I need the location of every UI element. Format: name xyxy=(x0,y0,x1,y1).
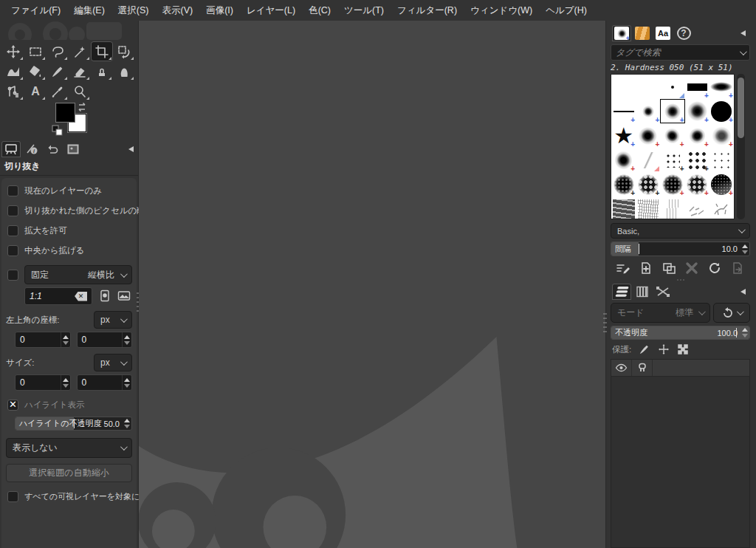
gradient-tool-button[interactable] xyxy=(2,61,24,81)
brush-item[interactable]: + xyxy=(685,123,709,148)
menu-help[interactable]: ヘルプ(H) xyxy=(539,1,594,20)
bucket-fill-tool-button[interactable] xyxy=(24,61,47,81)
fixed-aspect-combo[interactable]: 固定 縦横比 xyxy=(24,265,132,284)
spin-up-icon[interactable] xyxy=(124,335,130,339)
menu-colors[interactable]: 色(C) xyxy=(302,1,337,20)
expand-from-center-checkbox[interactable] xyxy=(7,245,18,256)
fixed-checkbox[interactable] xyxy=(7,270,18,281)
spin-down-icon[interactable] xyxy=(124,341,130,345)
brush-item[interactable] xyxy=(660,75,684,99)
color-picker-tool-button[interactable] xyxy=(47,81,69,101)
text-tool-button[interactable]: A xyxy=(24,81,47,101)
spin-up-icon[interactable] xyxy=(63,335,69,339)
spin-down-icon[interactable] xyxy=(63,341,69,345)
eraser-tool-button[interactable] xyxy=(69,61,91,81)
spin-down-icon[interactable] xyxy=(742,334,748,338)
current-layer-only-checkbox[interactable] xyxy=(7,185,18,196)
menu-windows[interactable]: ウィンドウ(W) xyxy=(464,1,539,20)
new-brush-button[interactable] xyxy=(638,261,654,275)
size-unit-combo[interactable]: px xyxy=(94,354,132,371)
highlight-opacity-slider[interactable]: ハイライトの不透明度 50.0 xyxy=(15,417,132,431)
brush-item[interactable] xyxy=(636,75,660,99)
tab-undo-history[interactable] xyxy=(43,141,62,157)
menu-view[interactable]: 表示(V) xyxy=(155,1,199,20)
highlight-checkbox[interactable] xyxy=(7,400,18,411)
brush-item[interactable]: + xyxy=(660,123,684,148)
open-brush-as-image-button[interactable] xyxy=(729,261,746,275)
tab-patterns[interactable] xyxy=(633,25,652,41)
menu-tools[interactable]: ツール(T) xyxy=(337,1,391,20)
spin-up-icon[interactable] xyxy=(742,328,748,332)
menu-filters[interactable]: フィルター(R) xyxy=(391,1,464,20)
tab-paths[interactable] xyxy=(653,284,673,300)
allow-growing-checkbox[interactable] xyxy=(7,225,18,236)
aspect-ratio-input[interactable]: 1:1 ✕ xyxy=(24,287,92,305)
dock-divider-handle[interactable] xyxy=(611,278,750,281)
brush-item[interactable]: + xyxy=(660,148,684,172)
brush-item[interactable]: + xyxy=(660,172,684,196)
layer-mode-combo[interactable]: モード 標準 xyxy=(611,303,710,323)
menu-image[interactable]: 画像(I) xyxy=(199,1,240,20)
brush-item-selected[interactable]: + xyxy=(660,99,684,123)
brush-item[interactable] xyxy=(636,196,660,219)
layer-opacity-slider[interactable]: 不透明度 100.0 xyxy=(611,326,750,340)
size-width-spinbox[interactable]: 0 xyxy=(15,374,71,391)
rectangle-select-tool-button[interactable] xyxy=(24,41,47,61)
spin-up-icon[interactable] xyxy=(742,244,748,248)
brush-item[interactable] xyxy=(660,196,684,219)
move-tool-button[interactable] xyxy=(2,41,24,61)
brush-spacing-slider[interactable]: 間隔 10.0 xyxy=(611,242,750,256)
transform-tool-button[interactable] xyxy=(113,41,135,61)
brush-item[interactable]: + xyxy=(636,123,660,148)
brush-item[interactable] xyxy=(636,148,660,172)
all-visible-layers-checkbox[interactable] xyxy=(7,491,18,502)
brush-item[interactable]: + xyxy=(685,172,709,196)
spin-down-icon[interactable] xyxy=(124,384,130,388)
brush-item[interactable]: + xyxy=(611,99,636,123)
visibility-column-toggle[interactable] xyxy=(611,360,632,376)
brush-scrollbar[interactable] xyxy=(737,74,745,219)
brush-item[interactable]: + xyxy=(709,99,734,123)
position-y-spinbox[interactable]: 0 xyxy=(77,332,133,348)
zoom-tool-button[interactable] xyxy=(69,81,91,101)
brush-item[interactable]: + xyxy=(709,172,734,196)
edit-brush-button[interactable] xyxy=(615,261,631,275)
paintbrush-tool-button[interactable] xyxy=(47,61,69,81)
fuzzy-select-tool-button[interactable] xyxy=(69,41,91,61)
smudge-tool-button[interactable] xyxy=(113,61,135,81)
tab-brushes[interactable]: + xyxy=(612,25,631,41)
brush-item[interactable]: ★+ xyxy=(611,123,636,148)
spin-down-icon[interactable] xyxy=(742,250,748,254)
brush-item[interactable] xyxy=(611,75,636,99)
brush-item[interactable]: + xyxy=(611,148,636,172)
tab-fonts[interactable]: Aa xyxy=(653,25,673,41)
spin-down-icon[interactable] xyxy=(124,425,130,428)
position-x-spinbox[interactable]: 0 xyxy=(15,332,71,348)
free-select-tool-button[interactable] xyxy=(47,41,69,61)
panel-resize-handle[interactable] xyxy=(603,313,607,332)
layer-list-empty[interactable] xyxy=(611,377,750,548)
brush-tag-search[interactable]: タグで検索 xyxy=(611,44,750,61)
portrait-orientation-button[interactable] xyxy=(97,289,112,304)
clear-icon[interactable]: ✕ xyxy=(75,292,87,301)
brush-item[interactable]: + xyxy=(685,99,709,123)
brush-item[interactable]: + xyxy=(685,148,709,172)
lock-alpha-icon[interactable] xyxy=(677,343,689,355)
brush-tag-filter-combo[interactable]: Basic, xyxy=(611,223,750,239)
left-dock-tab-menu-button[interactable] xyxy=(125,143,137,155)
brush-item[interactable]: + xyxy=(685,75,709,99)
duplicate-brush-button[interactable] xyxy=(661,261,677,275)
size-height-spinbox[interactable]: 0 xyxy=(77,374,133,391)
spin-up-icon[interactable] xyxy=(124,378,130,382)
tab-tool-options[interactable] xyxy=(1,141,21,157)
swap-colors-icon[interactable] xyxy=(77,102,89,112)
auto-shrink-button[interactable]: 選択範囲の自動縮小 xyxy=(6,464,132,482)
tab-images[interactable] xyxy=(63,141,83,157)
menu-edit[interactable]: 編集(E) xyxy=(67,1,111,20)
spin-up-icon[interactable] xyxy=(63,378,69,382)
brush-item[interactable] xyxy=(709,196,734,219)
brush-item[interactable]: + xyxy=(709,75,734,99)
guides-combo[interactable]: 表示しない xyxy=(6,438,132,458)
lock-position-icon[interactable] xyxy=(658,343,670,355)
spin-up-icon[interactable] xyxy=(124,419,130,422)
